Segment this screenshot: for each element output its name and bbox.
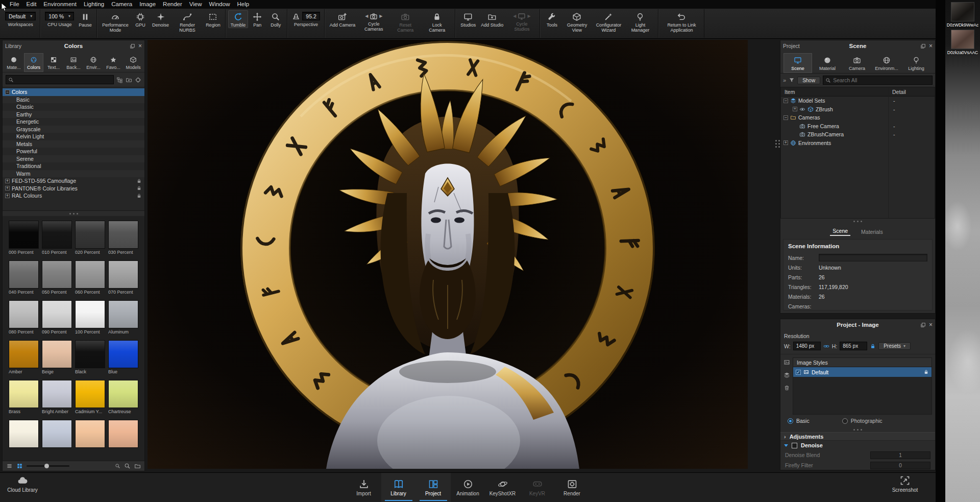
- project-tab[interactable]: Camera: [843, 53, 871, 73]
- color-swatch[interactable]: 000 Percent: [9, 221, 39, 255]
- project-tab[interactable]: Material: [813, 53, 842, 73]
- denoise-button[interactable]: Denoise: [150, 10, 172, 28]
- folder-tree-icon[interactable]: [116, 77, 123, 83]
- tree-item[interactable]: Earthy: [3, 111, 144, 118]
- lock-resolution-icon[interactable]: [870, 343, 876, 349]
- folder-icon[interactable]: [134, 463, 141, 469]
- color-swatch[interactable]: 080 Percent: [9, 300, 39, 335]
- gpu-button[interactable]: GPU: [131, 10, 150, 28]
- animation-button[interactable]: Animation: [451, 473, 485, 502]
- library-tab[interactable]: Envir...: [84, 53, 103, 72]
- lock-camera-button[interactable]: Lock Camera: [421, 10, 453, 34]
- menu-item[interactable]: Environment: [40, 0, 80, 9]
- layers-icon[interactable]: [783, 372, 790, 378]
- scene-tree-row[interactable]: + ZBrush -: [781, 105, 935, 114]
- tab-materials[interactable]: Materials: [859, 228, 886, 236]
- color-swatch[interactable]: 070 Percent: [108, 260, 138, 295]
- library-button[interactable]: Library: [381, 473, 416, 502]
- tree-item[interactable]: Kelvin Light: [3, 133, 144, 140]
- scene-tree-row[interactable]: ZBrushCamera -: [781, 130, 935, 139]
- denoise-section-header[interactable]: Denoise: [780, 441, 935, 450]
- cloud-library-button[interactable]: Cloud Library: [3, 475, 42, 493]
- expander-icon[interactable]: −: [783, 99, 788, 103]
- menu-item[interactable]: Render: [159, 0, 186, 9]
- library-tab[interactable]: Models: [124, 53, 143, 72]
- close-icon[interactable]: ×: [929, 43, 933, 49]
- list-view-icon[interactable]: [6, 463, 13, 469]
- tree-item[interactable]: Powerful: [3, 148, 144, 155]
- thumbnail-size-slider[interactable]: [27, 465, 69, 467]
- grid-view-icon[interactable]: [16, 463, 23, 469]
- color-swatch[interactable]: Blue: [108, 340, 138, 375]
- zoom-in-icon[interactable]: [124, 463, 131, 469]
- add-camera-button[interactable]: Add Camera: [327, 10, 358, 28]
- tools-button[interactable]: Tools: [543, 10, 561, 28]
- close-icon[interactable]: ×: [929, 322, 933, 327]
- color-swatch[interactable]: Cadmium Y...: [75, 380, 105, 415]
- color-swatch[interactable]: 040 Percent: [9, 260, 39, 295]
- performance-mode-button[interactable]: Performance Mode: [100, 10, 131, 34]
- image-icon[interactable]: [783, 359, 790, 366]
- float-panel-icon[interactable]: [920, 43, 926, 49]
- color-swatch[interactable]: [42, 420, 72, 448]
- keyshotxr-button[interactable]: KeyShotXR: [485, 473, 520, 502]
- import-button[interactable]: Import: [347, 473, 381, 502]
- tree-item-colors-root[interactable]: − Colors: [3, 88, 144, 96]
- color-swatch[interactable]: 060 Percent: [75, 260, 105, 295]
- render-nurbs-button[interactable]: Render NURBS: [172, 10, 203, 34]
- color-swatch[interactable]: Chartreuse: [108, 380, 138, 415]
- library-search-input[interactable]: [16, 77, 111, 83]
- tree-item[interactable]: Grayscale: [3, 126, 144, 133]
- library-tab[interactable]: Colors: [24, 53, 43, 72]
- menu-item[interactable]: Window: [206, 0, 234, 9]
- zoom-out-icon[interactable]: [115, 463, 120, 469]
- workspace-selector[interactable]: Default▾ Workspaces: [3, 10, 38, 28]
- slider-knob[interactable]: [44, 464, 49, 468]
- cycle-cameras-button[interactable]: ◀▶Cycle Cameras: [358, 10, 389, 33]
- expand-icon[interactable]: +: [5, 179, 10, 183]
- add-folder-icon[interactable]: [126, 77, 132, 83]
- collapse-icon[interactable]: −: [5, 90, 10, 94]
- perspective-control[interactable]: 95.2 Perspective: [290, 10, 322, 28]
- collapse-all-icon[interactable]: »: [783, 77, 786, 83]
- library-tab[interactable]: Text...: [44, 53, 63, 72]
- expand-icon[interactable]: +: [5, 186, 10, 190]
- panel-splitter-handle[interactable]: [3, 211, 144, 216]
- presets-dropdown[interactable]: Presets▾: [878, 342, 911, 350]
- pan-button[interactable]: Pan: [248, 10, 266, 28]
- color-swatch[interactable]: Bright Amber: [42, 380, 72, 415]
- tree-item-locked[interactable]: + PANTONE® Color Libraries: [3, 185, 144, 193]
- denoise-checkbox[interactable]: [792, 443, 797, 448]
- region-button[interactable]: Region: [203, 10, 223, 28]
- expander-icon[interactable]: +: [783, 140, 788, 145]
- height-input[interactable]: 865 px: [840, 342, 867, 350]
- item-column-header[interactable]: Item: [781, 89, 888, 95]
- menu-item[interactable]: View: [186, 0, 206, 9]
- geometry-view-button[interactable]: Geometry View: [561, 10, 593, 34]
- link-resolution-icon[interactable]: [823, 343, 829, 349]
- realtime-viewport[interactable]: [148, 40, 748, 469]
- expander-icon[interactable]: −: [783, 115, 788, 120]
- scene-search-input[interactable]: [833, 77, 930, 83]
- reset-camera-button[interactable]: Reset Camera: [389, 10, 421, 34]
- color-swatch[interactable]: 010 Percent: [42, 221, 72, 255]
- close-icon[interactable]: ×: [138, 43, 142, 49]
- screenshot-button[interactable]: Screenshot: [886, 475, 924, 493]
- color-swatch[interactable]: [75, 420, 105, 448]
- width-input[interactable]: 1480 px: [793, 342, 821, 350]
- library-tab[interactable]: Back...: [64, 53, 83, 72]
- project-tab[interactable]: Scene: [783, 53, 812, 73]
- tree-item-locked[interactable]: + FED-STD-595 Camouflage: [3, 177, 144, 185]
- library-tab[interactable]: Favo...: [104, 53, 123, 72]
- project-button[interactable]: Project: [416, 473, 451, 502]
- cpu-usage-selector[interactable]: 100 %▾ CPU Usage: [43, 10, 76, 28]
- desktop-icon[interactable]: D0zWDk9WwAc: [945, 2, 980, 28]
- studios-button[interactable]: Studios: [458, 10, 478, 28]
- menu-item[interactable]: Camera: [108, 0, 136, 9]
- desktop-icon[interactable]: D0zkza0VsAAC: [945, 30, 980, 55]
- firefly-filter-input[interactable]: 0: [870, 462, 930, 469]
- tree-item[interactable]: Serene: [3, 155, 144, 163]
- menu-item[interactable]: Image: [136, 0, 159, 9]
- style-enabled-checkbox[interactable]: ✓: [796, 370, 801, 375]
- expander-icon[interactable]: +: [793, 107, 797, 111]
